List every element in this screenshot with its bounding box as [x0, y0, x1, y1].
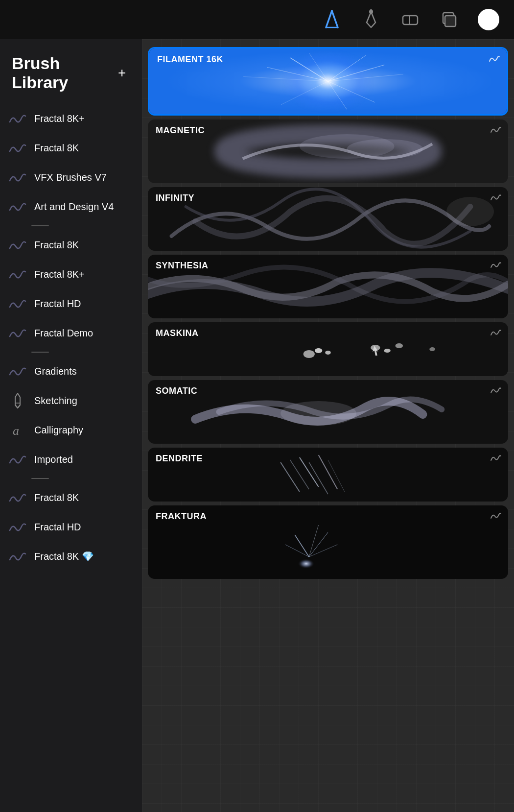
- sidebar-label: Fractal Demo: [34, 328, 93, 339]
- brush-card-synthesia[interactable]: SYNTHESIA: [148, 255, 508, 318]
- sidebar-item-fractal8k-1[interactable]: Fractal 8K: [0, 133, 142, 163]
- add-button[interactable]: +: [114, 64, 130, 82]
- toolbar: [0, 0, 514, 39]
- brush-wave-icon: [8, 167, 27, 187]
- sidebar-label: Fractal HD: [34, 522, 81, 533]
- sidebar-item-fractal-hd[interactable]: Fractal HD: [0, 289, 142, 318]
- brush-wave-icon: [8, 264, 27, 284]
- dash-divider: [31, 352, 49, 353]
- svg-point-26: [325, 351, 331, 355]
- svg-point-3: [369, 9, 373, 14]
- brush-card-magnetic[interactable]: MAGNETIC: [148, 119, 508, 183]
- sidebar-label: Fractal HD: [34, 298, 81, 310]
- svg-text:a: a: [13, 424, 19, 438]
- brush-wave-icon: [8, 109, 27, 128]
- layers-tool-icon[interactable]: [439, 9, 460, 30]
- sidebar-label: Fractal 8K: [34, 143, 79, 154]
- brush-name: FRAKTURA: [156, 511, 207, 522]
- svg-line-10: [290, 58, 328, 81]
- svg-line-33: [290, 460, 309, 489]
- brush-name: FILAMENT 16K: [157, 54, 223, 65]
- sidebar-item-gradients[interactable]: Gradients: [0, 357, 142, 386]
- sidebar-item-vfx-brushes[interactable]: VFX Brushes V7: [0, 163, 142, 192]
- brush-panel: FILAMENT 16K MAGNETIC: [142, 39, 514, 812]
- svg-point-25: [315, 348, 322, 353]
- sidebar-item-art-design[interactable]: Art and Design V4: [0, 192, 142, 221]
- svg-point-23: [446, 197, 494, 226]
- brush-name: MAGNETIC: [156, 125, 205, 136]
- sidebar-label: Imported: [34, 454, 73, 465]
- svg-line-34: [300, 457, 319, 487]
- pencil-tip-icon: [8, 391, 27, 410]
- pencil-tool-icon[interactable]: [321, 9, 343, 30]
- sidebar-item-imported[interactable]: Imported: [0, 445, 142, 474]
- svg-line-18: [243, 76, 328, 81]
- svg-line-12: [267, 67, 328, 81]
- sidebar-item-sketching[interactable]: Sketching: [0, 386, 142, 415]
- sidebar: Brush Library + Fractal 8K+ Fractal 8K: [0, 39, 142, 812]
- pen-tool-icon[interactable]: [360, 9, 382, 30]
- brush-card-dendrite[interactable]: DENDRITE: [148, 448, 508, 502]
- brush-wave-icon: [8, 197, 27, 216]
- eraser-tool-icon[interactable]: [399, 9, 421, 30]
- brush-wave-icon: [8, 138, 27, 158]
- sidebar-label: Fractal 8K: [34, 492, 79, 503]
- svg-point-29: [396, 343, 403, 348]
- svg-rect-7: [445, 16, 456, 26]
- brush-wave-icon: [8, 450, 27, 469]
- sidebar-label: VFX Brushes V7: [34, 172, 107, 183]
- brush-card-icon: [491, 454, 501, 464]
- sidebar-item-fractal8k-gem[interactable]: Fractal 8K 💎: [0, 542, 142, 571]
- brush-name: INFINITY: [156, 193, 194, 203]
- svg-line-14: [309, 53, 328, 81]
- svg-line-16: [281, 81, 328, 105]
- sidebar-label: Fractal 8K 💎: [34, 550, 94, 562]
- svg-line-11: [328, 55, 366, 81]
- dash-divider: [31, 478, 49, 479]
- svg-line-0: [326, 11, 332, 27]
- sidebar-label: Art and Design V4: [34, 201, 114, 213]
- brush-card-icon: [491, 261, 501, 271]
- content-area: Brush Library + Fractal 8K+ Fractal 8K: [0, 39, 514, 812]
- brush-card-fraktura[interactable]: FRAKTURA: [148, 505, 508, 579]
- brush-wave-icon: [8, 235, 27, 255]
- divider-section-3: [0, 474, 142, 483]
- brush-card-icon: [491, 328, 501, 339]
- brush-card-icon: [491, 193, 501, 204]
- brush-wave-icon: [8, 517, 27, 537]
- svg-point-30: [429, 347, 435, 351]
- brush-wave-icon: [8, 361, 27, 381]
- brush-card-infinity[interactable]: INFINITY: [148, 187, 508, 251]
- sidebar-item-fractal8kplus-1[interactable]: Fractal 8K+: [0, 104, 142, 133]
- brush-library-header: Brush Library +: [0, 44, 142, 104]
- color-swatch[interactable]: [478, 9, 499, 30]
- dash-divider: [31, 225, 49, 226]
- brush-name: DENDRITE: [156, 454, 203, 464]
- page-title: Brush Library: [12, 54, 114, 92]
- sidebar-label: Gradients: [34, 366, 77, 377]
- sidebar-item-fractal8k-3[interactable]: Fractal 8K: [0, 483, 142, 512]
- sidebar-item-fractal-hd-2[interactable]: Fractal HD: [0, 512, 142, 542]
- brush-card-icon: [491, 386, 501, 397]
- brush-name: SYNTHESIA: [156, 261, 209, 271]
- brush-card-filament[interactable]: FILAMENT 16K: [148, 47, 508, 116]
- brush-card-somatic[interactable]: SOMATIC: [148, 380, 508, 444]
- brush-wave-icon: [8, 294, 27, 313]
- sidebar-label: Calligraphy: [34, 425, 83, 436]
- brush-wave-icon: [8, 547, 27, 566]
- divider-section-2: [0, 348, 142, 357]
- brush-wave-icon: [8, 488, 27, 507]
- sidebar-item-fractal8kplus-2[interactable]: Fractal 8K+: [0, 260, 142, 289]
- sidebar-label: Sketching: [34, 395, 77, 406]
- sidebar-item-calligraphy[interactable]: a Calligraphy: [0, 415, 142, 445]
- svg-point-31: [280, 401, 356, 426]
- svg-line-1: [332, 11, 338, 27]
- brush-card-maskina[interactable]: MASKINA: [148, 322, 508, 376]
- sidebar-item-fractal8k-2[interactable]: Fractal 8K: [0, 230, 142, 260]
- sidebar-item-fractal-demo[interactable]: Fractal Demo: [0, 318, 142, 348]
- svg-point-24: [304, 350, 315, 358]
- brush-card-icon: [489, 54, 500, 65]
- svg-line-32: [280, 462, 300, 492]
- brush-name: MASKINA: [156, 328, 199, 338]
- divider-section-1: [0, 221, 142, 230]
